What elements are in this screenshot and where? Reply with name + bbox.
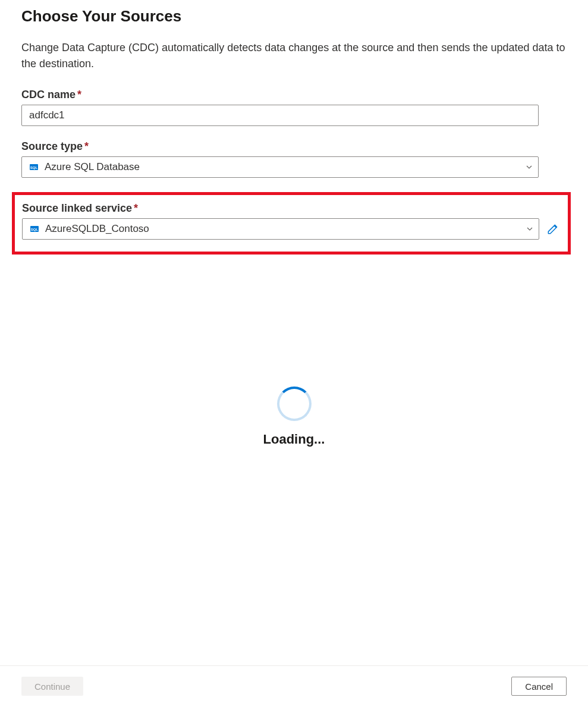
edit-linked-service-button[interactable]: [545, 221, 561, 237]
source-linked-service-highlight: Source linked service* SQL AzureSQLDB_Co…: [12, 192, 571, 255]
continue-button[interactable]: Continue: [21, 677, 83, 696]
svg-text:SQL: SQL: [31, 228, 39, 231]
spinner-icon: [277, 387, 312, 421]
cdc-name-input[interactable]: [21, 105, 539, 126]
chevron-down-icon: [525, 163, 533, 171]
required-indicator: *: [134, 202, 138, 214]
cdc-name-field: CDC name*: [21, 89, 567, 126]
page-description: Change Data Capture (CDC) automatically …: [21, 40, 567, 72]
chevron-down-icon: [526, 225, 534, 233]
loading-indicator: Loading...: [0, 387, 588, 447]
source-linked-service-label: Source linked service*: [22, 202, 561, 215]
sql-database-icon: SQL: [29, 162, 39, 172]
required-indicator: *: [84, 140, 89, 152]
source-linked-service-field: Source linked service* SQL AzureSQLDB_Co…: [22, 202, 561, 240]
footer: Continue Cancel: [0, 665, 588, 710]
page-title: Choose Your Sources: [21, 7, 567, 26]
loading-text: Loading...: [263, 432, 325, 447]
cancel-button[interactable]: Cancel: [511, 677, 567, 696]
sql-database-icon: SQL: [30, 224, 39, 234]
source-type-label: Source type*: [21, 140, 567, 153]
source-type-field: Source type* SQL Azure SQL Database: [21, 140, 567, 178]
source-type-select[interactable]: SQL Azure SQL Database: [21, 156, 539, 178]
pencil-icon: [546, 222, 559, 235]
cdc-name-label: CDC name*: [21, 89, 567, 101]
required-indicator: *: [77, 89, 81, 100]
svg-text:SQL: SQL: [30, 166, 38, 169]
source-linked-service-value: AzureSQLDB_Contoso: [45, 223, 520, 235]
source-type-value: Azure SQL Database: [45, 161, 519, 173]
source-linked-service-select[interactable]: SQL AzureSQLDB_Contoso: [22, 218, 539, 240]
